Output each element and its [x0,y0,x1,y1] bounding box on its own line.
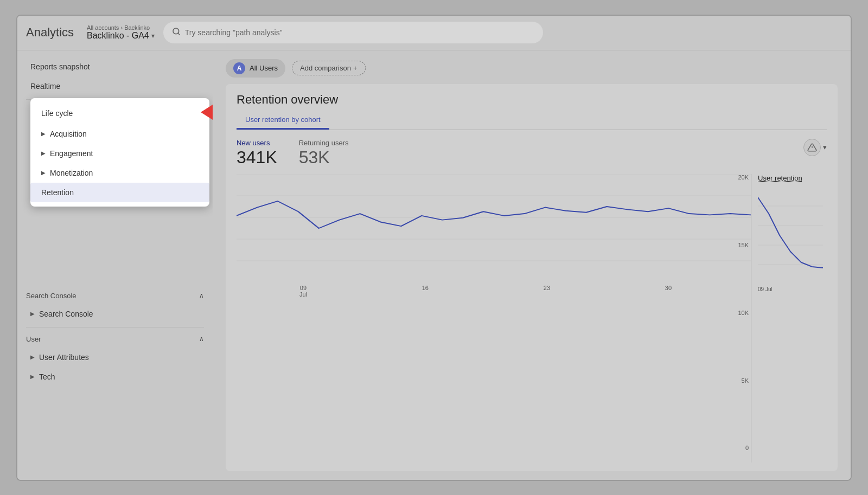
user-retention-chart-svg [758,187,823,284]
sidebar-item-user-attributes[interactable]: ▶ User Attributes [17,348,213,367]
user-section-label: User [26,335,41,343]
metrics-left: New users 341K Returning users 53K [237,139,349,168]
retention-tabs: User retention by cohort [237,111,827,130]
acquisition-label: Acquisition [50,130,87,138]
add-comparison-button[interactable]: Add comparison + [292,61,366,75]
sidebar-item-search-console[interactable]: ▶ Search Console [17,304,213,324]
collapse-icon: ∧ [199,292,204,299]
y-axis-labels: 20K 15K 10K 5K 0 [738,174,749,452]
expand-icon: ▶ [41,131,46,137]
x-label-23: 23 [544,285,550,298]
user-attributes-label: User Attributes [39,353,89,362]
expand-icon: ▶ [41,150,46,156]
dropdown-chevron: ▾ [823,143,827,151]
y-label-10k: 10K [738,310,749,316]
expand-icon: ▶ [41,170,46,176]
reports-snapshot-label: Reports snapshot [30,62,90,71]
breadcrumb: All accounts › Backlinko [87,24,155,31]
returning-users-metric: Returning users 53K [299,139,349,168]
metrics-row: New users 341K Returning users 53K [237,137,827,170]
expand-icon: ▶ [30,374,35,380]
x-label-date-16: 16 [422,285,429,291]
sidebar-item-reports-snapshot[interactable]: Reports snapshot [17,57,213,76]
search-placeholder: Try searching "path analysis" [185,28,283,37]
x-label-30: 30 [665,285,672,298]
collapse-icon-user: ∧ [199,335,204,343]
y-label-20k: 20K [738,174,749,181]
x-label-16: 16 [422,285,429,298]
chart-main: 20K 15K 10K 5K 0 09 Jul [237,174,751,462]
expand-icon: ▶ [30,354,35,360]
search-icon [172,27,181,38]
user-section[interactable]: User ∧ [17,331,213,348]
retention-card: Retention overview User retention by coh… [226,84,838,471]
lifecycle-retention[interactable]: Retention [30,183,209,202]
tab-user-retention-cohort[interactable]: User retention by cohort [237,111,329,130]
svg-line-1 [178,33,180,35]
lifecycle-acquisition[interactable]: ▶ Acquisition [30,124,209,144]
chart-wrapper: 20K 15K 10K 5K 0 09 Jul [237,174,827,462]
monetization-label: Monetization [50,169,93,177]
engagement-label: Engagement [50,149,93,158]
add-comparison-label: Add comparison [300,64,351,72]
plus-icon: + [353,64,358,72]
x-label-date-30: 30 [665,285,672,291]
user-retention-label: User retention [758,174,827,182]
returning-users-label: Returning users [299,139,349,147]
lifecycle-panel-title[interactable]: Life cycle [30,102,209,124]
x-axis-labels: 09 Jul 16 23 30 [237,282,751,298]
sidebar-item-realtime[interactable]: Realtime [17,76,213,96]
returning-users-value: 53K [299,147,349,168]
search-bar[interactable]: Try searching "path analysis" [163,22,543,43]
arrow-head [201,105,213,120]
search-console-section-label: Search Console [26,292,76,300]
y-label-0: 0 [745,445,749,451]
expand-icon: ▶ [30,311,35,317]
property-selector[interactable]: Backlinko - GA4 ▾ [87,31,155,41]
all-users-chip[interactable]: A All Users [226,59,285,78]
lifecycle-engagement[interactable]: ▶ Engagement [30,144,209,163]
filter-bar: A All Users Add comparison + [226,59,838,78]
property-name: Backlinko - GA4 [87,31,149,41]
alert-icon [803,139,821,156]
retention-label: Retention [41,188,74,197]
x-label-date-23: 23 [544,285,550,291]
alert-dropdown[interactable]: ▾ [803,139,827,156]
red-arrow-annotation [202,105,213,120]
x-label-month: Jul [299,291,307,298]
lifecycle-monetization[interactable]: ▶ Monetization [30,163,209,183]
x-label-09: 09 Jul [299,285,307,298]
app-window: Analytics All accounts › Backlinko Backl… [16,15,852,481]
chevron-down-icon: ▾ [151,32,155,40]
sidebar-divider-2 [26,327,204,327]
sidebar-item-tech[interactable]: ▶ Tech [17,367,213,387]
search-console-item-label: Search Console [39,310,93,318]
right-chart-x-label: 09 Jul [758,286,827,292]
avatar: A [233,62,245,74]
new-users-value: 341K [237,147,277,168]
all-users-label: All Users [250,64,278,72]
x-label-date: 09 [299,285,307,291]
main-content: A All Users Add comparison + Retention o… [213,50,851,480]
account-section: All accounts › Backlinko Backlinko - GA4… [87,24,155,41]
topbar: Analytics All accounts › Backlinko Backl… [17,16,851,50]
realtime-label: Realtime [30,82,60,91]
new-users-label: New users [237,139,277,147]
tech-label: Tech [39,372,55,381]
y-label-15k: 15K [738,242,749,248]
search-console-section[interactable]: Search Console ∧ [17,287,213,304]
y-label-5k: 5K [742,377,749,384]
lifecycle-panel: Life cycle ▶ Acquisition ▶ Engagement ▶ … [30,98,209,207]
chart-right-panel: User retention 09 Jul [751,174,827,462]
app-logo: Analytics [26,25,74,40]
retention-chart-svg [237,174,751,282]
body-area: Reports snapshot Realtime Life cycle ▶ A… [17,50,851,480]
sidebar: Reports snapshot Realtime Life cycle ▶ A… [17,50,213,480]
new-users-metric: New users 341K [237,139,277,168]
tab-label: User retention by cohort [245,115,321,124]
retention-title: Retention overview [237,93,827,107]
